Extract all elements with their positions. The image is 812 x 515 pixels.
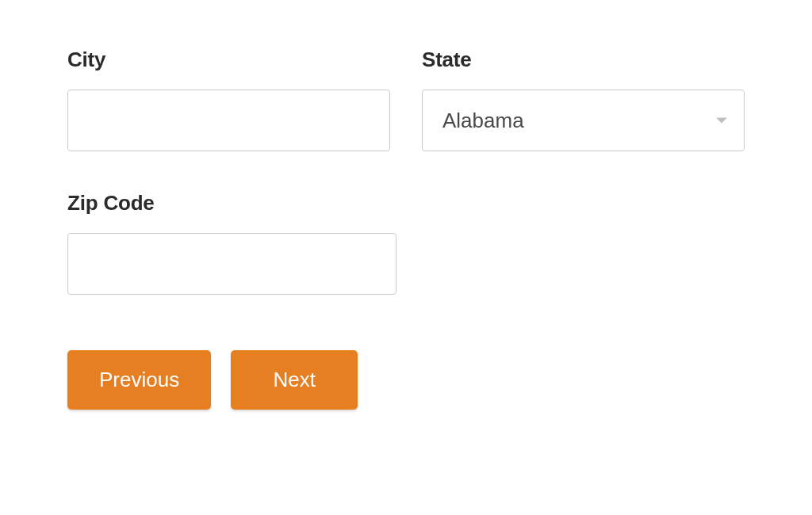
- zip-input[interactable]: [67, 233, 396, 295]
- form-row-1: City State Alabama: [67, 48, 745, 151]
- city-input[interactable]: [67, 90, 390, 151]
- state-selected-value: Alabama: [442, 109, 524, 133]
- state-select-wrapper: Alabama: [422, 90, 745, 151]
- zip-label: Zip Code: [67, 191, 396, 216]
- button-row: Previous Next: [67, 350, 745, 410]
- state-label: State: [422, 48, 745, 72]
- previous-button[interactable]: Previous: [67, 350, 211, 410]
- state-group: State Alabama: [422, 48, 745, 151]
- zip-group: Zip Code: [67, 191, 396, 295]
- city-group: City: [67, 48, 390, 151]
- city-label: City: [67, 48, 390, 72]
- form-row-2: Zip Code: [67, 191, 745, 295]
- state-select[interactable]: Alabama: [422, 90, 745, 151]
- next-button[interactable]: Next: [231, 350, 358, 410]
